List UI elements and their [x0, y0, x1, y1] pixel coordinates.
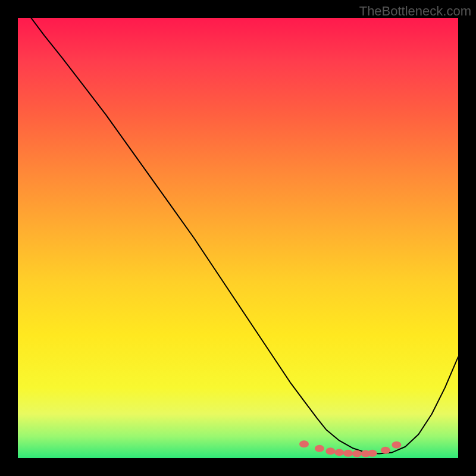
watermark-text: TheBottleneck.com: [359, 4, 471, 19]
chart-plot-area: [18, 18, 458, 458]
chart-curve-canvas: [18, 18, 458, 458]
